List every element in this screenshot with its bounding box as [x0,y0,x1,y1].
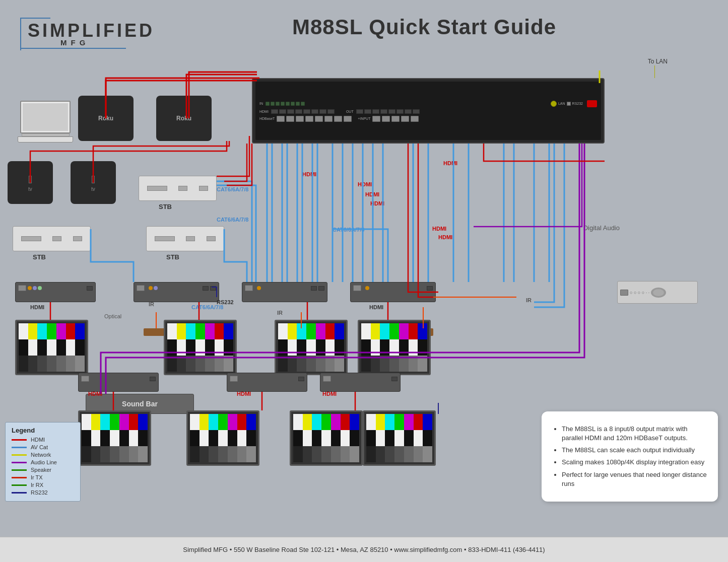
receiver-5 [78,373,159,392]
info-item-4: Perfect for large venues that need longe… [562,470,708,488]
hdmi-label-tv6: HDMI [237,391,251,397]
legend-title: Legend [12,427,74,434]
tv-receiver-top-right: ○ ○ ○ ○ · · [617,281,698,304]
ir-blaster-1 [144,328,166,336]
legend-network: Network [12,452,74,458]
cat6-label-4: CAT6/6A/7/8 [191,304,223,310]
tv-5 [78,410,151,466]
ir-label-2: IR [277,310,283,316]
hdmi-label-stb2: HDMI [358,181,372,187]
stb-label-1: STB [159,203,172,210]
apple-tv-2:  tv [71,161,116,204]
page-title: M88SL Quick Start Guide [292,15,556,39]
roku-1: Roku [78,96,134,141]
hdmi-label-tv5: HDMI [88,391,102,397]
to-lan-line [654,65,655,78]
hdmi-label-stb5: HDMI [432,226,446,232]
legend-irrx: Ir RX [12,482,74,488]
roku-2: Roku [156,96,212,141]
logo-mfg: MFG [60,38,89,47]
tv-3 [275,320,348,375]
legend-irtx: Ir TX [12,474,74,480]
info-list: The M88SL is a 8 input/8 output matrix w… [552,425,708,488]
footer-text: Simplified MFG • 550 W Baseline Road Ste… [183,546,545,553]
info-item-3: Scaling makes 1080p/4K display integrati… [562,458,708,467]
digital-audio-label: Digital Audio [583,224,620,232]
stb-2 [13,226,91,251]
stb-label-3: STB [166,253,179,261]
info-item-2: The M88SL can scale each output individu… [562,446,708,455]
cat6-label-2: CAT6/6A/7/8 [217,217,248,223]
hdmi-label-tv7: HDMI [322,391,337,397]
receiver-3 [242,282,327,302]
optical-label: Optical [104,313,121,319]
receiver-4 [350,282,436,302]
tv-4 [358,320,431,375]
laptop [15,101,76,146]
hdmi-label-stb3: HDMI [365,191,379,197]
tv-7 [290,410,363,466]
receiver-1 [15,282,96,302]
hdmi-label-stb6: HDMI [438,234,452,240]
legend-hdmi: HDMI [12,437,74,443]
hdmi-label-recv1: HDMI [30,304,44,310]
apple-tv-1:  tv [8,161,53,204]
stb-label-2: STB [33,253,46,261]
info-item-1: The M88SL is a 8 input/8 output matrix w… [562,425,708,443]
info-box: The M88SL is a 8 input/8 output matrix w… [542,411,718,502]
legend-avcat: AV Cat [12,444,74,450]
legend-speaker: Speaker [12,467,74,473]
tv-6 [186,410,259,466]
tv-2 [164,320,237,375]
hdmi-label-recv4: HDMI [369,304,383,310]
ir-label-1: IR [149,301,154,307]
tv-8 [363,410,436,466]
to-lan-label: To LAN [648,58,668,65]
cat6-label-1: CAT6/6A/7/8 [217,186,248,192]
footer: Simplified MFG • 550 W Baseline Road Ste… [0,537,728,562]
sound-bar-label: Sound Bar [122,400,158,408]
receiver-2 [134,282,219,302]
matrix-device: IN LAN RS232 [252,78,605,144]
hdmi-label-top: HDMI [443,160,457,166]
hdmi-label-stb4: HDMI [370,200,384,206]
logo: SIMPLIFIED MFG [15,15,166,53]
logo-simplified: SIMPLIFIED [28,20,155,41]
ir-label-3: IR [526,297,532,303]
stb-3 [146,226,224,251]
tv-1 [15,320,88,375]
legend-audio: Audio Line [12,459,74,465]
legend-rs232: RS232 [12,489,74,496]
hdmi-label-stb1: HDMI [302,171,316,177]
receiver-6 [227,373,307,392]
legend-box: Legend HDMI AV Cat Network Audio Line Sp… [5,422,81,502]
cat6-label-3: CAT6/6A/7/8 [333,227,364,233]
stb-1 [139,176,217,201]
receiver-7 [320,373,401,392]
